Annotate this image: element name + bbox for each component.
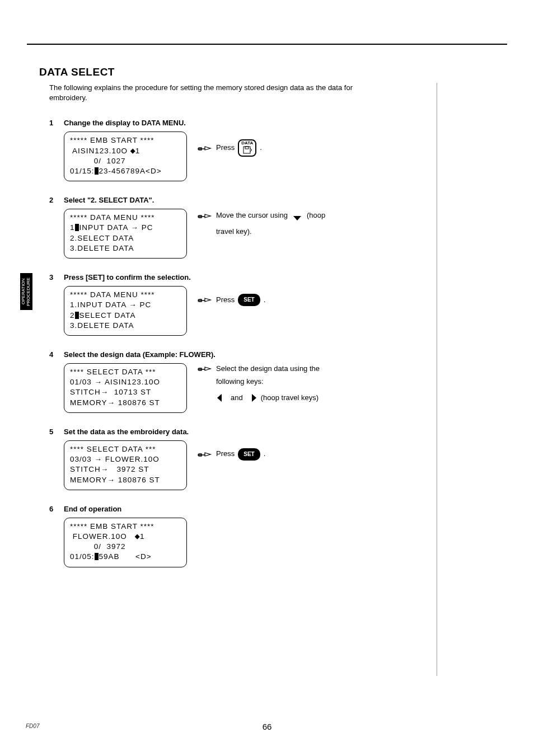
- cursor-icon: [95, 553, 99, 560]
- step-number: 2: [49, 196, 56, 204]
- step-title: Press [SET] to confirm the selection.: [64, 273, 191, 281]
- set-key-button[interactable]: SET: [238, 448, 260, 461]
- step-4: 4 Select the design data (Example: FLOWE…: [49, 350, 442, 413]
- instr-text: following keys:: [216, 376, 264, 388]
- instr-text: Move the cursor using: [216, 210, 288, 222]
- set-key-button[interactable]: SET: [238, 294, 260, 306]
- cursor-icon: [95, 167, 99, 175]
- step-number: 5: [49, 428, 56, 436]
- step-6: 6 End of operation ***** EMB START **** …: [49, 505, 442, 567]
- step-title: Change the display to DATA MENU.: [64, 119, 186, 127]
- hand-pointer-icon: [197, 364, 213, 374]
- lcd-screen: ***** EMB START **** AISIN123.10O ◆1 0/ …: [64, 132, 187, 181]
- page-number: 66: [0, 722, 534, 731]
- hand-pointer-icon: [197, 449, 213, 459]
- lcd-screen: ***** DATA MENU **** 1.INPUT DATA → PC 2…: [64, 286, 187, 336]
- floppy-icon: [242, 146, 252, 154]
- vertical-divider: [437, 83, 437, 676]
- instr-text: Press: [216, 142, 235, 154]
- step-number: 4: [49, 350, 56, 359]
- arrow-down-icon[interactable]: [291, 210, 303, 222]
- instr-text: .: [264, 294, 266, 306]
- hand-pointer-icon: [197, 143, 213, 153]
- instr-text: Select the design data using the: [216, 363, 320, 375]
- data-key-button[interactable]: DATA: [238, 139, 256, 157]
- side-tab-operation-procedure: OPERATION PROCEDURE: [20, 273, 32, 310]
- hand-pointer-icon: [197, 295, 213, 305]
- step-1: 1 Change the display to DATA MENU. *****…: [49, 119, 442, 181]
- instr-text: and: [231, 392, 243, 404]
- instr-text: (hoop travel keys): [261, 392, 318, 404]
- top-rule: [27, 44, 507, 45]
- step-title: Select "2. SELECT DATA".: [64, 196, 154, 204]
- step-number: 6: [49, 505, 56, 513]
- step-number: 3: [49, 273, 56, 281]
- step-3: 3 Press [SET] to confirm the selection. …: [49, 273, 442, 336]
- lcd-screen: ***** DATA MENU **** 1INPUT DATA → PC 2.…: [64, 209, 187, 259]
- intro-text: The following explains the procedure for…: [49, 83, 363, 103]
- arrow-left-icon[interactable]: [216, 393, 227, 403]
- instr-text: .: [264, 448, 266, 460]
- page-title: DATA SELECT: [39, 66, 442, 78]
- step-5: 5 Set the data as the embroidery data. *…: [49, 428, 442, 490]
- instruction: Press SET .: [197, 286, 265, 306]
- lcd-screen: ***** EMB START **** FLOWER.10O ◆1 0/ 39…: [64, 518, 187, 567]
- step-number: 1: [49, 119, 56, 127]
- svg-rect-1: [245, 147, 249, 149]
- step-title: End of operation: [64, 505, 121, 513]
- main-content: DATA SELECT The following explains the p…: [39, 66, 442, 582]
- step-title: Select the design data (Example: FLOWER)…: [64, 350, 216, 359]
- footer-code: FD07: [26, 723, 39, 729]
- cursor-icon: [75, 312, 79, 319]
- cursor-icon: [75, 224, 79, 231]
- instr-text: .: [260, 142, 262, 154]
- instr-text: travel key).: [216, 226, 252, 238]
- instruction: Press DATA .: [197, 132, 262, 157]
- instr-text: Press: [216, 294, 235, 306]
- instruction: Move the cursor using (hoop travel key).: [197, 209, 325, 238]
- arrow-right-icon[interactable]: [246, 393, 257, 403]
- hand-pointer-icon: [197, 211, 213, 221]
- svg-rect-0: [243, 147, 250, 153]
- lcd-screen: **** SELECT DATA *** 03/03 → FLOWER.10O …: [64, 440, 187, 490]
- instruction: Press SET .: [197, 440, 265, 461]
- step-title: Set the data as the embroidery data.: [64, 428, 189, 436]
- instr-text: Press: [216, 448, 235, 460]
- instruction: Select the design data using the followi…: [197, 363, 320, 403]
- instr-text: (hoop: [307, 210, 325, 222]
- lcd-screen: **** SELECT DATA *** 01/03 → AISIN123.10…: [64, 363, 187, 413]
- step-2: 2 Select "2. SELECT DATA". ***** DATA ME…: [49, 196, 442, 259]
